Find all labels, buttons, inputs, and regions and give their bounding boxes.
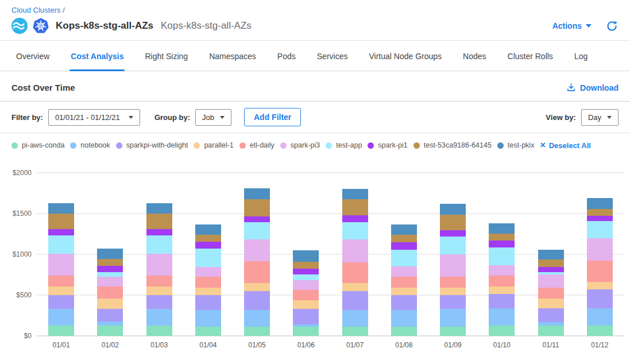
- bar-segment-spark-pi3[interactable]: [244, 239, 270, 261]
- bar-segment-parallel-1[interactable]: [440, 288, 466, 295]
- bar-segment-spark-pi1[interactable]: [440, 230, 466, 237]
- bar-segment-parallel-1[interactable]: [538, 299, 564, 308]
- bar-segment-sparkpi-with-delight[interactable]: [195, 295, 221, 310]
- legend-item-notebook[interactable]: notebook: [70, 141, 110, 149]
- bar-segment-spark-pi3[interactable]: [587, 238, 613, 260]
- bar-segment-pi-aws-conda[interactable]: [244, 327, 270, 336]
- bar-segment-spark-pi3[interactable]: [293, 280, 319, 289]
- bar-segment-test-app[interactable]: [440, 237, 466, 254]
- bar-segment-sparkpi-with-delight[interactable]: [391, 295, 417, 310]
- bar-segment-test-app[interactable]: [293, 274, 319, 281]
- bar-segment-test-app[interactable]: [587, 221, 613, 239]
- bar-segment-test-app[interactable]: [342, 222, 368, 240]
- deselect-all-button[interactable]: × Deselect All: [540, 141, 591, 150]
- bar-segment-notebook[interactable]: [587, 308, 613, 326]
- bar-segment-notebook[interactable]: [195, 310, 221, 327]
- bar-01/08[interactable]: [380, 173, 428, 336]
- date-range-select[interactable]: 01/01/21 - 01/12/21: [48, 109, 140, 126]
- refresh-icon[interactable]: [606, 21, 617, 32]
- bar-segment-etl-daily[interactable]: [489, 276, 515, 286]
- bar-segment-parallel-1[interactable]: [146, 286, 172, 295]
- bar-segment-test-pkix[interactable]: [244, 188, 270, 199]
- bar-segment-parallel-1[interactable]: [244, 283, 270, 291]
- bar-segment-parallel-1[interactable]: [195, 288, 221, 295]
- add-filter-button[interactable]: Add Filter: [244, 108, 301, 126]
- tab-pods[interactable]: Pods: [276, 41, 297, 71]
- bar-segment-sparkpi-with-delight[interactable]: [587, 289, 613, 308]
- bar-segment-spark-pi3[interactable]: [489, 265, 515, 276]
- bar-segment-sparkpi-with-delight[interactable]: [538, 308, 564, 322]
- bar-01/06[interactable]: [281, 173, 330, 336]
- tab-namespaces[interactable]: Namespaces: [208, 41, 257, 71]
- bar-segment-spark-pi1[interactable]: [587, 216, 613, 221]
- bar-segment-spark-pi1[interactable]: [97, 266, 123, 272]
- bar-01/01[interactable]: [37, 173, 86, 336]
- bar-segment-sparkpi-with-delight[interactable]: [489, 294, 515, 309]
- view-by-select[interactable]: Day: [581, 109, 619, 126]
- legend-item-test-53ca9186-64145[interactable]: test-53ca9186-64145: [413, 141, 492, 149]
- bar-segment-test-53ca9186-64145[interactable]: [587, 209, 613, 216]
- bar-segment-pi-aws-conda[interactable]: [440, 327, 466, 336]
- bar-segment-sparkpi-with-delight[interactable]: [146, 295, 172, 309]
- bar-segment-test-app[interactable]: [97, 272, 123, 277]
- bar-segment-etl-daily[interactable]: [97, 286, 123, 299]
- bar-segment-sparkpi-with-delight[interactable]: [342, 291, 368, 310]
- bar-01/07[interactable]: [331, 173, 380, 336]
- bar-segment-notebook[interactable]: [48, 309, 74, 326]
- bar-segment-notebook[interactable]: [440, 309, 466, 327]
- bar-segment-pi-aws-conda[interactable]: [48, 326, 74, 336]
- tab-virtual-node-groups[interactable]: Virtual Node Groups: [368, 41, 443, 71]
- legend-item-spark-pi3[interactable]: spark-pi3: [280, 141, 320, 149]
- bar-segment-test-53ca9186-64145[interactable]: [244, 199, 270, 217]
- bar-segment-test-53ca9186-64145[interactable]: [489, 234, 515, 241]
- bar-segment-test-53ca9186-64145[interactable]: [342, 199, 368, 215]
- bar-segment-pi-aws-conda[interactable]: [97, 326, 123, 336]
- bar-segment-spark-pi3[interactable]: [440, 254, 466, 277]
- tab-cost-analysis[interactable]: Cost Analysis: [69, 41, 125, 71]
- bar-segment-test-pkix[interactable]: [48, 203, 74, 214]
- bar-segment-parallel-1[interactable]: [489, 286, 515, 294]
- bar-segment-pi-aws-conda[interactable]: [391, 327, 417, 336]
- bar-segment-spark-pi3[interactable]: [391, 266, 417, 277]
- bar-segment-notebook[interactable]: [146, 309, 172, 326]
- bar-segment-pi-aws-conda[interactable]: [195, 327, 221, 336]
- bar-segment-test-app[interactable]: [489, 247, 515, 265]
- bar-segment-spark-pi3[interactable]: [195, 267, 221, 277]
- tab-overview[interactable]: Overview: [15, 41, 51, 71]
- legend-item-parallel-1[interactable]: parallel-1: [194, 141, 233, 149]
- legend-item-test-pkix[interactable]: test-pkix: [497, 141, 535, 149]
- tab-right-sizing[interactable]: Right Sizing: [144, 41, 189, 71]
- bar-segment-spark-pi1[interactable]: [342, 215, 368, 222]
- bar-segment-spark-pi1[interactable]: [489, 241, 515, 247]
- bar-01/12[interactable]: [575, 173, 624, 336]
- bar-segment-test-53ca9186-64145[interactable]: [146, 214, 172, 229]
- bar-segment-pi-aws-conda[interactable]: [538, 326, 564, 336]
- group-by-select[interactable]: Job: [195, 109, 231, 126]
- bar-segment-parallel-1[interactable]: [48, 286, 74, 295]
- bar-segment-etl-daily[interactable]: [48, 276, 74, 286]
- tab-services[interactable]: Services: [316, 41, 349, 71]
- bar-segment-etl-daily[interactable]: [440, 277, 466, 288]
- bar-segment-notebook[interactable]: [391, 310, 417, 327]
- bar-segment-etl-daily[interactable]: [391, 277, 417, 288]
- bar-segment-notebook[interactable]: [489, 308, 515, 326]
- bar-segment-etl-daily[interactable]: [293, 290, 319, 300]
- bar-segment-spark-pi3[interactable]: [342, 239, 368, 262]
- bar-segment-test-53ca9186-64145[interactable]: [195, 235, 221, 242]
- bar-segment-test-app[interactable]: [244, 222, 270, 240]
- bar-segment-spark-pi1[interactable]: [195, 242, 221, 249]
- bar-segment-test-53ca9186-64145[interactable]: [293, 262, 319, 269]
- download-button[interactable]: Download: [566, 83, 619, 92]
- bar-segment-test-pkix[interactable]: [391, 224, 417, 235]
- bar-segment-spark-pi1[interactable]: [244, 216, 270, 222]
- bar-segment-etl-daily[interactable]: [244, 261, 270, 283]
- bar-segment-etl-daily[interactable]: [342, 262, 368, 283]
- bar-segment-etl-daily[interactable]: [587, 261, 613, 282]
- bar-01/03[interactable]: [135, 173, 184, 336]
- tab-cluster-rolls[interactable]: Cluster Rolls: [507, 41, 554, 71]
- legend-item-pi-aws-conda[interactable]: pi-aws-conda: [11, 141, 64, 149]
- bar-01/05[interactable]: [233, 173, 281, 336]
- bar-segment-spark-pi3[interactable]: [538, 274, 564, 288]
- bar-segment-parallel-1[interactable]: [293, 300, 319, 309]
- bar-segment-parallel-1[interactable]: [342, 283, 368, 291]
